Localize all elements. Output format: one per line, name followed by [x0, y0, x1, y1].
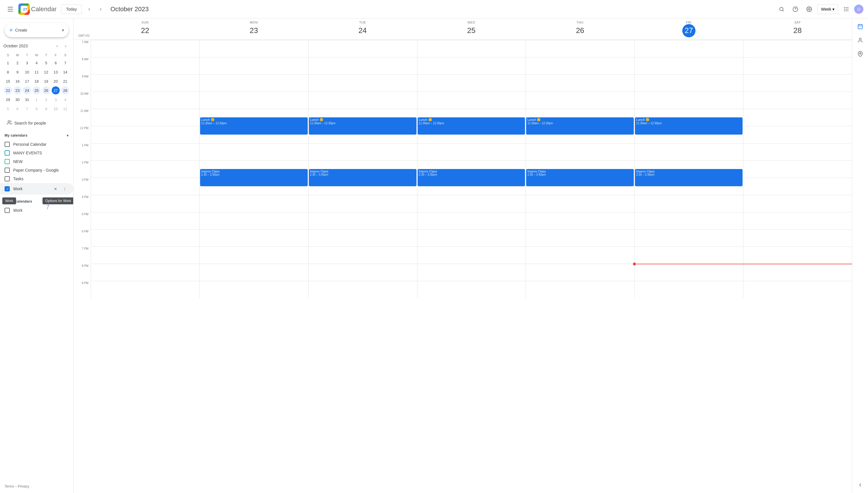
work-more-button[interactable]: ⋮ [61, 185, 69, 193]
time-cell-14-1[interactable] [199, 281, 308, 298]
mini-day-11[interactable]: 11 [33, 68, 41, 76]
time-cell-14-2[interactable] [308, 281, 417, 298]
time-cell-14-4[interactable] [526, 281, 634, 298]
mini-day-19[interactable]: 19 [42, 77, 50, 85]
create-button[interactable]: + Create ▾ [5, 23, 69, 37]
mini-day-15[interactable]: 15 [4, 77, 12, 85]
mini-day-nov2[interactable]: 2 [42, 95, 50, 104]
view-selector[interactable]: Week ▾ [817, 4, 838, 14]
expand-icon[interactable] [854, 479, 866, 491]
mini-day-31[interactable]: 31 [23, 95, 31, 104]
time-cell-6-3[interactable] [417, 143, 526, 160]
mini-day-nov4[interactable]: 4 [61, 95, 69, 104]
time-cell-13-5[interactable] [634, 264, 743, 281]
time-cell-1-2[interactable] [308, 57, 417, 74]
time-cell-9-1[interactable] [199, 195, 308, 212]
location-icon[interactable] [854, 48, 866, 60]
calendar-item-tasks[interactable]: Tasks [0, 174, 73, 183]
time-cell-10-4[interactable] [526, 212, 634, 229]
mini-day-nov1[interactable]: 1 [33, 95, 41, 104]
mini-day-nov5[interactable]: 5 [4, 105, 12, 113]
time-cell-5-6[interactable] [743, 126, 852, 143]
time-cell-5-2[interactable] [308, 126, 417, 143]
mini-day-12[interactable]: 12 [42, 68, 50, 76]
mini-day-nov11[interactable]: 11 [61, 105, 69, 113]
time-cell-2-6[interactable] [743, 74, 852, 91]
menu-button[interactable] [5, 3, 16, 15]
mini-day-22[interactable]: 22 [4, 86, 12, 94]
mini-day-24[interactable]: 24 [23, 86, 31, 94]
mini-day-17[interactable]: 17 [23, 77, 31, 85]
time-cell-9-5[interactable] [634, 195, 743, 212]
calendar-item-new[interactable]: NEW [0, 157, 73, 166]
time-cell-8-4[interactable] [526, 178, 634, 195]
time-cell-12-6[interactable] [743, 246, 852, 264]
time-cell-4-4[interactable] [526, 109, 634, 126]
time-cell-8-5[interactable] [634, 178, 743, 195]
time-cell-0-1[interactable] [199, 40, 308, 57]
help-button[interactable] [790, 3, 801, 15]
personal-checkbox[interactable] [5, 142, 10, 147]
time-cell-14-0[interactable] [91, 281, 199, 298]
time-cell-10-1[interactable] [199, 212, 308, 229]
time-cell-0-5[interactable] [634, 40, 743, 57]
mini-day-8[interactable]: 8 [4, 68, 12, 76]
time-cell-13-0[interactable] [91, 264, 199, 281]
new-checkbox[interactable] [5, 159, 10, 164]
time-cell-2-2[interactable] [308, 74, 417, 91]
day-header-mon[interactable]: MON 23 [199, 18, 308, 40]
time-cell-10-0[interactable] [91, 212, 199, 229]
mini-day-25[interactable]: 25 [33, 86, 41, 94]
mini-day-9[interactable]: 9 [14, 68, 22, 76]
time-cell-4-2[interactable] [308, 109, 417, 126]
time-cell-11-1[interactable] [199, 229, 308, 246]
time-cell-1-4[interactable] [526, 57, 634, 74]
time-cell-3-2[interactable] [308, 91, 417, 109]
time-cell-9-4[interactable] [526, 195, 634, 212]
time-cell-7-1[interactable] [199, 160, 308, 178]
day-header-fri[interactable]: FRI 27 [634, 18, 743, 40]
other-work-checkbox[interactable] [5, 208, 10, 213]
search-people[interactable]: Search for people [2, 117, 71, 129]
time-cell-0-4[interactable] [526, 40, 634, 57]
mini-day-30[interactable]: 30 [14, 95, 22, 104]
time-cell-6-4[interactable] [526, 143, 634, 160]
time-cell-1-3[interactable] [417, 57, 526, 74]
time-cell-8-6[interactable] [743, 178, 852, 195]
time-cell-7-6[interactable] [743, 160, 852, 178]
time-cell-7-2[interactable] [308, 160, 417, 178]
person-icon[interactable] [854, 35, 866, 46]
mini-cal-next[interactable]: › [62, 42, 70, 50]
today-button[interactable]: Today [61, 4, 82, 14]
time-cell-9-2[interactable] [308, 195, 417, 212]
mini-day-13[interactable]: 13 [52, 68, 60, 76]
time-cell-8-0[interactable] [91, 178, 199, 195]
time-cell-10-3[interactable] [417, 212, 526, 229]
mini-day-26[interactable]: 26 [42, 86, 50, 94]
time-cell-14-6[interactable] [743, 281, 852, 298]
time-cell-6-1[interactable] [199, 143, 308, 160]
time-cell-3-5[interactable] [634, 91, 743, 109]
tasks-checkbox[interactable] [5, 176, 10, 181]
mini-day-16[interactable]: 16 [14, 77, 22, 85]
mini-day-3[interactable]: 3 [23, 59, 31, 67]
time-cell-4-1[interactable] [199, 109, 308, 126]
mini-day-4[interactable]: 4 [33, 59, 41, 67]
work-close-button[interactable]: ✕ [51, 185, 59, 193]
time-cell-7-5[interactable] [634, 160, 743, 178]
time-cell-4-6[interactable] [743, 109, 852, 126]
calendar-item-many[interactable]: MANY EVENTS [0, 149, 73, 157]
calendar-item-other-work[interactable]: Work [0, 206, 73, 215]
apps-button[interactable] [841, 3, 852, 15]
mini-day-28[interactable]: 28 [61, 86, 69, 94]
time-cell-6-5[interactable] [634, 143, 743, 160]
time-cell-2-5[interactable] [634, 74, 743, 91]
mini-day-7[interactable]: 7 [61, 59, 69, 67]
time-cell-13-6[interactable] [743, 264, 852, 281]
time-cell-9-6[interactable] [743, 195, 852, 212]
time-cell-2-3[interactable] [417, 74, 526, 91]
mini-day-6[interactable]: 6 [52, 59, 60, 67]
time-cell-12-1[interactable] [199, 246, 308, 264]
privacy-link[interactable]: Privacy [18, 485, 29, 488]
time-cell-5-4[interactable] [526, 126, 634, 143]
